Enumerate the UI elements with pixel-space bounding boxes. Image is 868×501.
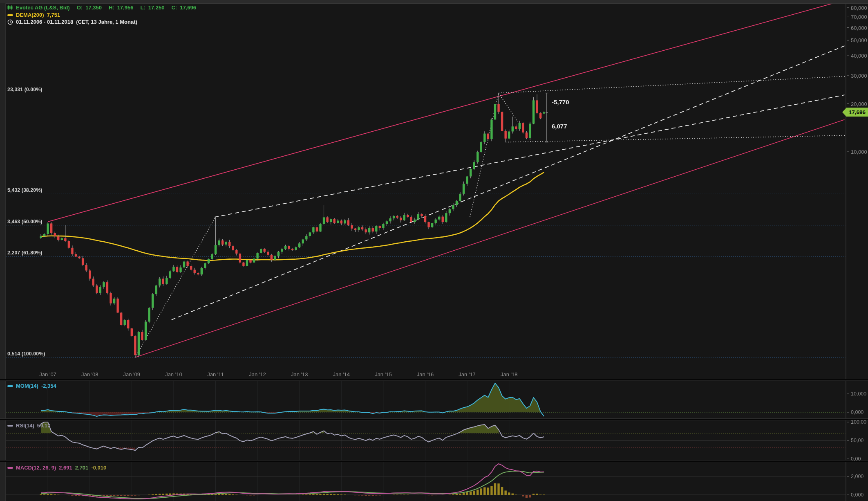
- instrument-title: Evotec AG (L&S, Bid): [16, 4, 70, 11]
- open-value: 17,350: [85, 4, 102, 11]
- open-label: O:: [77, 4, 83, 11]
- time-axis-label: Jan '16: [417, 371, 434, 377]
- price-axis-tick: 30,000: [851, 72, 867, 79]
- candlestick-icon: [7, 5, 13, 10]
- low-label: L:: [140, 4, 145, 11]
- macd-label: MACD(12, 26, 9): [16, 465, 56, 471]
- dema-legend[interactable]: DEMA(200) 7,751: [7, 12, 60, 18]
- mom-label: MOM(14): [16, 383, 38, 389]
- fib-level-label: 0,514 (100.00%): [7, 351, 45, 357]
- line-swatch-icon: [7, 14, 13, 16]
- time-axis-label: Jan '18: [501, 371, 518, 377]
- rsi-label: RSI(14): [16, 422, 34, 429]
- date-range-text: 01.11.2006 - 01.11.2018: [16, 19, 73, 25]
- fib-level-label: 23,331 (0.00%): [7, 87, 42, 92]
- mom-legend[interactable]: MOM(14) -2,354: [7, 383, 56, 389]
- low-value: 17,250: [148, 4, 165, 11]
- close-value: 17,696: [180, 4, 196, 11]
- price-axis-tick: 10,000: [851, 149, 867, 155]
- mom-axis-tick: 0,000: [851, 409, 864, 415]
- macd-legend[interactable]: MACD(12, 26, 9) 2,691 2,701 -0,010: [7, 465, 106, 471]
- macd-axis-tick: 2,000: [851, 474, 864, 479]
- high-label: H:: [109, 4, 114, 11]
- time-axis-label: Jan '09: [123, 371, 141, 377]
- price-axis-tick: 20,000: [851, 101, 867, 107]
- price-axis-tick: 40,000: [851, 53, 867, 59]
- dema-label: DEMA(200): [16, 12, 44, 18]
- instrument-legend[interactable]: Evotec AG (L&S, Bid) O: 17,350 H: 17,956…: [7, 4, 196, 11]
- rsi-axis-tick: 100,00: [851, 419, 866, 425]
- rsi-value: 59,17: [37, 422, 51, 429]
- line-swatch-icon: [7, 467, 13, 469]
- line-swatch-icon: [7, 385, 13, 387]
- close-label: C:: [171, 4, 177, 11]
- time-axis-label: Jan '15: [375, 371, 392, 377]
- date-range-legend[interactable]: 01.11.2006 - 01.11.2018 (CET, 13 Jahre, …: [7, 19, 137, 25]
- time-axis-label: Jan '10: [165, 371, 182, 377]
- clock-icon: [7, 19, 13, 25]
- price-axis-tick: 80,000: [851, 4, 867, 11]
- fib-level-label: 3,463 (50.00%): [7, 219, 42, 225]
- price-axis-tick: 70,000: [851, 14, 867, 20]
- time-axis-label: Jan '14: [333, 371, 350, 377]
- charting-workspace: Evotec AG (L&S, Bid) O: 17,350 H: 17,956…: [0, 0, 868, 501]
- time-axis-label: Jan '12: [249, 371, 266, 377]
- pane-divider[interactable]: [0, 379, 868, 381]
- measure-down-label: -5,770: [552, 99, 569, 106]
- pane-divider[interactable]: [0, 460, 868, 462]
- date-range-detail: (CET, 13 Jahre, 1 Monat): [76, 19, 137, 25]
- fib-level-label: 2,207 (61.80%): [7, 250, 42, 256]
- rsi-legend[interactable]: RSI(14) 59,17: [7, 422, 50, 429]
- price-axis-tick: 60,000: [851, 25, 867, 31]
- mom-value: -2,354: [41, 383, 56, 389]
- rsi-axis-tick: 50,00: [851, 438, 864, 443]
- high-value: 17,956: [117, 4, 134, 11]
- time-axis-label: Jan '08: [81, 371, 98, 377]
- macd-line-value: 2,691: [59, 465, 72, 471]
- dema-value: 7,751: [47, 12, 60, 18]
- time-axis-label: Jan '17: [459, 371, 476, 377]
- price-axis-tick: 50,000: [851, 37, 867, 43]
- macd-signal-value: 2,701: [75, 465, 89, 471]
- chart-canvas[interactable]: [0, 0, 868, 501]
- macd-axis-tick: 0,000: [851, 492, 864, 498]
- left-toolbar-rail[interactable]: [0, 3, 6, 501]
- rsi-axis-tick: 0,00: [851, 456, 861, 462]
- time-axis-label: Jan '07: [39, 371, 56, 377]
- window-top-bar: [0, 0, 868, 4]
- fib-level-label: 5,432 (38.20%): [7, 187, 42, 193]
- macd-hist-value: -0,010: [91, 465, 106, 471]
- time-axis-label: Jan '13: [291, 371, 308, 377]
- time-axis-label: Jan '11: [207, 371, 224, 377]
- measure-up-label: 6,077: [552, 123, 567, 130]
- line-swatch-icon: [7, 425, 13, 427]
- mom-axis-tick: 10,000: [851, 391, 866, 397]
- pane-divider[interactable]: [0, 418, 868, 420]
